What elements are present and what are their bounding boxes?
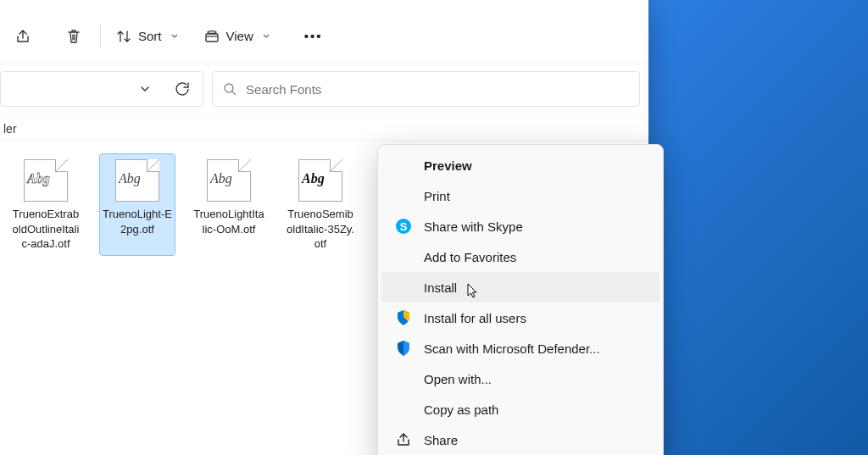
- shield-icon: [393, 308, 414, 328]
- context-menu-item[interactable]: Copy as path: [381, 394, 659, 424]
- svg-rect-1: [206, 34, 218, 42]
- close-button[interactable]: [599, 0, 648, 8]
- svg-point-2: [208, 31, 216, 33]
- file-item[interactable]: AbgTruenoLightItalic-OoM.otf: [192, 154, 266, 255]
- refresh-icon: [175, 81, 190, 97]
- svg-text:S: S: [400, 220, 408, 233]
- context-menu-label: Copy as path: [424, 402, 498, 417]
- share-icon: [14, 28, 31, 45]
- share-button[interactable]: [5, 19, 41, 54]
- search-box[interactable]: [212, 71, 640, 107]
- command-bar: Sort View •••: [0, 8, 648, 64]
- context-menu-item[interactable]: Scan with Microsoft Defender...: [381, 333, 659, 363]
- search-icon: [223, 82, 236, 96]
- context-menu-label: Install: [424, 280, 457, 295]
- address-bar[interactable]: [0, 71, 203, 107]
- more-button[interactable]: •••: [292, 19, 335, 54]
- context-menu-label: Share: [424, 433, 458, 447]
- column-header[interactable]: ler: [0, 117, 648, 141]
- share-icon: [393, 430, 414, 450]
- delete-button[interactable]: [56, 19, 92, 54]
- context-menu-item[interactable]: SShare with Skype: [381, 211, 659, 241]
- context-menu-item[interactable]: Install for all users: [381, 302, 659, 333]
- context-menu-item[interactable]: Install: [381, 272, 659, 302]
- context-menu-label: Print: [424, 189, 450, 203]
- address-dropdown[interactable]: [130, 74, 160, 104]
- shield-icon: [393, 338, 414, 358]
- chevron-down-icon: [262, 32, 270, 41]
- search-input[interactable]: [246, 82, 629, 97]
- chevron-down-icon: [170, 32, 179, 41]
- context-menu-label: Open with...: [424, 372, 492, 386]
- view-icon: [204, 29, 220, 44]
- context-menu-label: Install for all users: [424, 311, 526, 325]
- title-bar: [0, 0, 648, 8]
- context-menu-item[interactable]: Share: [381, 424, 659, 455]
- more-icon: •••: [304, 29, 323, 43]
- address-row: [0, 64, 648, 117]
- sort-icon: [116, 29, 131, 44]
- separator: [100, 25, 101, 48]
- font-file-icon: Abg: [295, 158, 346, 203]
- file-label: TruenoLight-E2pg.otf: [100, 207, 175, 240]
- view-label: View: [226, 29, 253, 43]
- file-item[interactable]: AbgTruenoExtraboldOutlineItalic-adaJ.otf: [8, 154, 83, 255]
- context-menu-item[interactable]: Preview: [381, 150, 659, 180]
- file-item[interactable]: AbgTruenoLight-E2pg.otf: [100, 154, 175, 255]
- context-menu-item[interactable]: Add to Favorites: [381, 241, 659, 272]
- font-file-icon: Abg: [203, 158, 254, 203]
- file-label: TruenoExtraboldOutlineItalic-adaJ.otf: [8, 207, 83, 255]
- context-menu-label: Share with Skype: [424, 219, 523, 234]
- context-menu-item[interactable]: Print: [381, 180, 659, 211]
- chevron-down-icon: [139, 83, 151, 95]
- refresh-button[interactable]: [167, 74, 198, 104]
- file-item[interactable]: AbgTruenoSemiboldItalic-35Zy.otf: [283, 154, 358, 255]
- sort-button[interactable]: Sort: [109, 19, 186, 54]
- maximize-button[interactable]: [550, 0, 599, 8]
- file-label: TruenoLightItalic-OoM.otf: [192, 207, 266, 240]
- subheader-label: ler: [0, 122, 20, 136]
- sort-label: Sort: [138, 29, 162, 43]
- context-menu-label: Preview: [424, 158, 472, 173]
- skype-icon: S: [393, 216, 414, 236]
- context-menu-label: Scan with Microsoft Defender...: [424, 341, 600, 356]
- trash-icon: [65, 28, 82, 45]
- view-button[interactable]: View: [198, 19, 277, 54]
- font-file-icon: Abg: [112, 158, 163, 203]
- cursor-icon: [467, 283, 482, 298]
- font-file-icon: Abg: [20, 158, 71, 203]
- file-label: TruenoSemiboldItalic-35Zy.otf: [283, 207, 358, 255]
- svg-point-3: [225, 84, 233, 92]
- context-menu-label: Add to Favorites: [424, 250, 516, 264]
- context-menu: PreviewPrintSShare with SkypeAdd to Favo…: [377, 144, 664, 455]
- context-menu-item[interactable]: Open with...: [381, 363, 659, 394]
